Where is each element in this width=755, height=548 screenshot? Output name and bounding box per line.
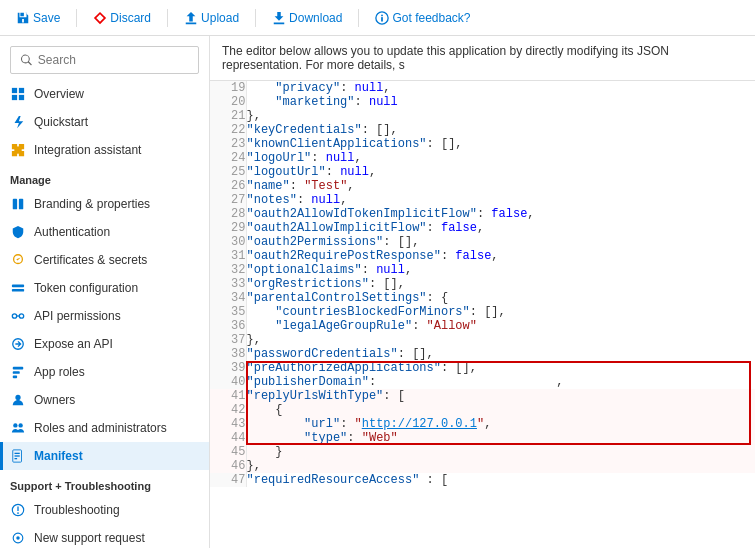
code-content: "oauth2Permissions": [],: [246, 235, 755, 249]
line-number: 27: [210, 193, 246, 207]
sidebar-item-integration[interactable]: Integration assistant: [0, 136, 209, 164]
code-content: "marketing": null: [246, 95, 755, 109]
line-number: 22: [210, 123, 246, 137]
sidebar-item-app-roles[interactable]: App roles: [0, 358, 209, 386]
code-content: "keyCredentials": [],: [246, 123, 755, 137]
roles-icon: [10, 364, 26, 380]
line-number: 32: [210, 263, 246, 277]
line-number: 33: [210, 277, 246, 291]
svg-rect-17: [13, 371, 20, 374]
line-number: 45: [210, 445, 246, 459]
code-content: },: [246, 333, 755, 347]
token-icon: [10, 280, 26, 296]
table-row: 47"requiredResourceAccess" : [: [210, 473, 755, 487]
info-text: The editor below allows you to update th…: [222, 44, 669, 72]
search-box[interactable]: [10, 46, 199, 74]
sidebar-item-manifest-label: Manifest: [34, 449, 83, 463]
sidebar-item-roles-admin[interactable]: Roles and administrators: [0, 414, 209, 442]
table-row: 24"logoUrl": null,: [210, 151, 755, 165]
code-content: "name": "Test",: [246, 179, 755, 193]
sidebar-item-roles-admin-label: Roles and administrators: [34, 421, 167, 435]
line-number: 28: [210, 207, 246, 221]
sidebar-item-troubleshooting[interactable]: Troubleshooting: [0, 496, 209, 524]
table-row: 22"keyCredentials": [],: [210, 123, 755, 137]
feedback-button[interactable]: Got feedback?: [367, 9, 478, 27]
code-content: "oauth2RequirePostResponse": false,: [246, 249, 755, 263]
puzzle-icon: [10, 142, 26, 158]
sidebar: Overview Quickstart Integration assistan…: [0, 36, 210, 548]
line-number: 25: [210, 165, 246, 179]
line-number: 23: [210, 137, 246, 151]
sidebar-item-token[interactable]: Token configuration: [0, 274, 209, 302]
table-row: 25"logoutUrl": null,: [210, 165, 755, 179]
svg-point-30: [16, 536, 20, 540]
sidebar-item-api-permissions[interactable]: API permissions: [0, 302, 209, 330]
code-content: "notes": null,: [246, 193, 755, 207]
svg-rect-3: [12, 88, 17, 93]
download-label: Download: [289, 11, 342, 25]
code-content: "replyUrlsWithType": [: [246, 389, 755, 403]
sidebar-item-owners[interactable]: Owners: [0, 386, 209, 414]
sidebar-item-expose-api[interactable]: Expose an API: [0, 330, 209, 358]
line-number: 36: [210, 319, 246, 333]
sidebar-item-owners-label: Owners: [34, 393, 75, 407]
code-content: "logoUrl": null,: [246, 151, 755, 165]
code-content: "countriesBlockedForMinors": [],: [246, 305, 755, 319]
sidebar-item-branding-label: Branding & properties: [34, 197, 150, 211]
svg-point-12: [12, 314, 16, 318]
table-row: 28"oauth2AllowIdTokenImplicitFlow": fals…: [210, 207, 755, 221]
trouble-icon: [10, 502, 26, 518]
sidebar-item-branding[interactable]: Branding & properties: [0, 190, 209, 218]
table-row: 31"oauth2RequirePostResponse": false,: [210, 249, 755, 263]
manifest-icon: [10, 448, 26, 464]
sidebar-item-manifest[interactable]: Manifest: [0, 442, 209, 470]
table-row: 23"knownClientApplications": [],: [210, 137, 755, 151]
table-row: 35 "countriesBlockedForMinors": [],: [210, 305, 755, 319]
main-area: Overview Quickstart Integration assistan…: [0, 36, 755, 548]
svg-point-1: [382, 14, 384, 16]
toolbar-sep-4: [358, 9, 359, 27]
svg-point-13: [19, 314, 23, 318]
line-number: 43: [210, 417, 246, 431]
download-icon: [272, 11, 286, 25]
sidebar-item-support-label: New support request: [34, 531, 145, 545]
discard-button[interactable]: Discard: [85, 9, 159, 27]
table-row: 30"oauth2Permissions": [],: [210, 235, 755, 249]
table-row: 29"oauth2AllowImplicitFlow": false,: [210, 221, 755, 235]
sidebar-item-quickstart[interactable]: Quickstart: [0, 108, 209, 136]
sidebar-item-certificates-label: Certificates & secrets: [34, 253, 147, 267]
table-row: 20 "marketing": null: [210, 95, 755, 109]
sidebar-item-certificates[interactable]: Certificates & secrets: [0, 246, 209, 274]
upload-button[interactable]: Upload: [176, 9, 247, 27]
table-row: 33"orgRestrictions": [],: [210, 277, 755, 291]
table-row: 21},: [210, 109, 755, 123]
code-content: },: [246, 109, 755, 123]
table-row: 42 {: [210, 403, 755, 417]
sidebar-item-authentication[interactable]: Authentication: [0, 218, 209, 246]
code-content: "parentalControlSettings": {: [246, 291, 755, 305]
sidebar-item-expose-api-label: Expose an API: [34, 337, 113, 351]
sidebar-item-support[interactable]: New support request: [0, 524, 209, 548]
line-number: 42: [210, 403, 246, 417]
table-row: 26"name": "Test",: [210, 179, 755, 193]
toolbar: Save Discard Upload Download Got feedbac…: [0, 0, 755, 36]
support-section-label: Support + Troubleshooting: [0, 470, 209, 496]
toolbar-sep-3: [255, 9, 256, 27]
svg-rect-5: [12, 95, 17, 100]
code-content: {: [246, 403, 755, 417]
line-number: 40: [210, 375, 246, 389]
line-number: 29: [210, 221, 246, 235]
save-button[interactable]: Save: [8, 9, 68, 27]
code-editor[interactable]: 19 "privacy": null,20 "marketing": null2…: [210, 81, 755, 548]
feedback-icon: [375, 11, 389, 25]
shield-icon: [10, 224, 26, 240]
code-content: "publisherDomain": ,: [246, 375, 755, 389]
bolt-icon: [10, 114, 26, 130]
line-number: 38: [210, 347, 246, 361]
sidebar-item-overview[interactable]: Overview: [0, 80, 209, 108]
toolbar-sep-1: [76, 9, 77, 27]
code-content: "requiredResourceAccess" : [: [246, 473, 755, 487]
search-input[interactable]: [38, 53, 188, 67]
support-icon: [10, 530, 26, 546]
download-button[interactable]: Download: [264, 9, 350, 27]
